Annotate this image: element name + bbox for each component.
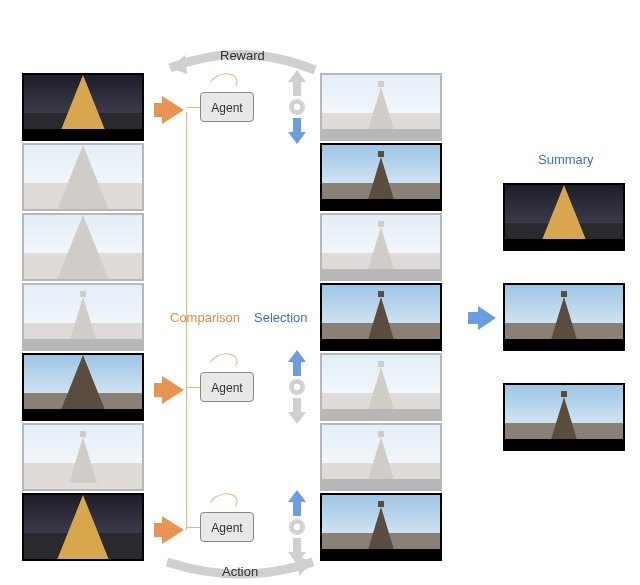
processed-frame-6: [320, 423, 442, 491]
input-arrow-1: [162, 96, 184, 124]
selection-up-1: [288, 70, 306, 98]
agent-box-1: Agent: [200, 92, 254, 122]
processed-frame-7: [320, 493, 442, 561]
summary-arrow: [478, 306, 496, 330]
comparison-spine: [186, 112, 187, 530]
gear-icon-1: [290, 100, 304, 114]
processed-frame-1: [320, 73, 442, 141]
selection-down-2: [288, 396, 306, 424]
input-frame-4: [22, 283, 144, 351]
selection-down-1: [288, 116, 306, 144]
comparison-label: Comparison: [170, 310, 240, 325]
input-arrow-2: [162, 376, 184, 404]
agent-box-3: Agent: [200, 512, 254, 542]
agent-connector-2: [187, 387, 200, 388]
agent-connector-3: [187, 527, 200, 528]
agent-label: Agent: [211, 521, 242, 535]
gear-icon-3: [290, 520, 304, 534]
agent-label: Agent: [211, 101, 242, 115]
summary-frame-3: [503, 383, 625, 451]
input-frame-6: [22, 423, 144, 491]
agent-connector-1: [187, 107, 200, 108]
reward-label: Reward: [220, 48, 265, 63]
processed-frame-4: [320, 283, 442, 351]
input-frame-1: [22, 73, 144, 141]
action-label: Action: [222, 564, 258, 579]
processed-frame-3: [320, 213, 442, 281]
input-frame-2: [22, 143, 144, 211]
summary-frame-2: [503, 283, 625, 351]
processed-frame-2: [320, 143, 442, 211]
selection-up-2: [288, 350, 306, 378]
gear-icon-2: [290, 380, 304, 394]
input-arrow-3: [162, 516, 184, 544]
summary-label: Summary: [538, 152, 594, 167]
agent-label: Agent: [211, 381, 242, 395]
input-frame-5: [22, 353, 144, 421]
summary-frame-1: [503, 183, 625, 251]
selection-up-3: [288, 490, 306, 518]
selection-label: Selection: [254, 310, 307, 325]
selection-down-3: [288, 536, 306, 564]
input-frame-7: [22, 493, 144, 561]
processed-frame-5: [320, 353, 442, 421]
input-frame-3: [22, 213, 144, 281]
agent-box-2: Agent: [200, 372, 254, 402]
